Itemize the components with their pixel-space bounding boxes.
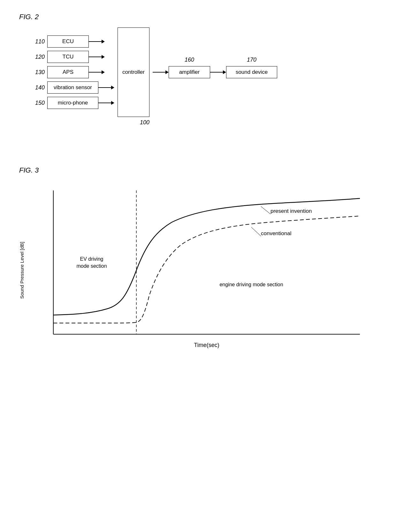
fig2-label: FIG. 2 [19,13,377,21]
x-axis-label: Time(sec) [194,342,219,348]
sound-device-box: sound device [226,66,277,78]
vib-box: vibration sensor [47,81,98,94]
mic-arrow-line [98,103,111,103]
sound-device-container: 170 sound device [226,66,277,78]
svg-line-3 [261,206,270,214]
aps-ref: 130 [26,69,45,76]
vib-row: 140 vibration sensor [26,81,114,94]
amplifier-container: 160 amplifier [169,66,210,78]
mic-row: 150 micro-phone [26,97,114,109]
conventional-label: conventional [261,230,291,236]
amplifier-ref: 160 [185,57,194,63]
ctrl-to-amp-arrow [153,70,169,74]
controller-container: controller 100 [114,27,153,117]
ecu-arrow-line [89,41,102,42]
ctrl-amp-arrowhead [165,70,169,74]
controller-box: controller [118,27,149,117]
ecu-box: ECU [47,35,89,48]
graph-svg: Time(sec) present invention conventional… [28,181,366,360]
vib-ref: 140 [26,84,45,91]
tcu-box: TCU [47,51,89,63]
ecu-ref: 110 [26,38,45,45]
fig3-chart: FIG. 3 Sound Pressure Level [dB] Time(se… [19,166,377,360]
mic-ref: 150 [26,100,45,106]
present-invention-label: present invention [270,208,312,214]
fig3-label: FIG. 3 [19,166,377,174]
aps-row: 130 APS [26,66,114,78]
ecu-row: 110 ECU [26,35,114,48]
ctrl-amp-line [153,72,165,73]
aps-arrow-head [102,70,105,74]
vib-arrow-head [111,86,114,89]
ecu-arrow-head [102,40,105,43]
svg-line-4 [251,227,261,236]
ev-section-label2: mode section [76,263,107,269]
y-axis-label: Sound Pressure Level [dB] [19,238,25,302]
mic-arrow-head [111,101,114,105]
mic-box: micro-phone [47,97,98,109]
tcu-row: 120 TCU [26,51,114,63]
sound-device-ref: 170 [247,57,256,63]
aps-arrow-line [89,72,102,73]
input-blocks: 110 ECU 120 TCU 130 APS [26,35,114,109]
amplifier-box: amplifier [169,66,210,78]
tcu-arrow-line [89,57,102,57]
tcu-arrow-head [102,55,105,59]
vib-arrow-line [98,87,111,88]
ev-section-label: EV driving [80,256,103,262]
tcu-ref: 120 [26,54,45,60]
amp-sound-arrowhead [223,70,226,74]
amp-sound-line [210,72,223,73]
amp-to-sound-arrow [210,70,226,74]
engine-section-label: engine driving mode section [219,282,283,287]
graph-wrapper: Sound Pressure Level [dB] Time(sec) pres… [19,181,377,360]
fig2-diagram: FIG. 2 110 ECU 120 TCU [19,13,377,147]
controller-ref: 100 [140,119,149,126]
aps-box: APS [47,66,89,78]
